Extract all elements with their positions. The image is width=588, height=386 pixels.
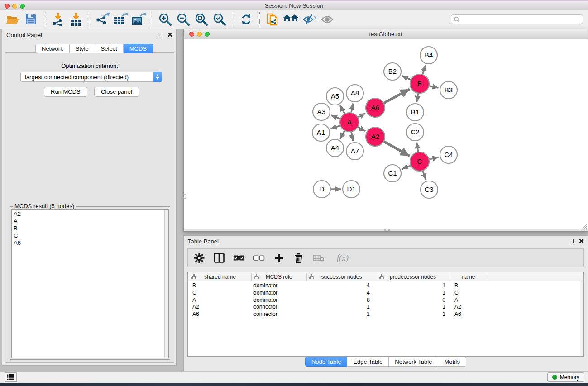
edge-A-A2[interactable] [358,127,365,131]
node-B2[interactable]: B2 [384,63,401,80]
table-scrollbar[interactable] [580,281,583,356]
edge-A2-C[interactable] [384,142,410,156]
save-session-icon[interactable] [23,12,38,27]
edge-A-A1[interactable] [331,126,340,129]
run-mcds-button[interactable]: Run MCDS [44,87,87,97]
tab-select[interactable]: Select [95,44,124,53]
node-D1[interactable]: D1 [343,181,360,198]
table-row[interactable]: Cdominator41C [188,290,578,297]
node-D[interactable]: D [313,181,330,198]
mcds-result-list[interactable]: A2ABCA6 [11,209,169,358]
search-input[interactable] [460,15,583,23]
node-A4[interactable]: A4 [326,139,344,157]
node-B4[interactable]: B4 [420,47,437,64]
zoom-out-icon[interactable] [176,12,191,27]
node-A1[interactable]: A1 [312,124,330,141]
edge-A-A7[interactable] [351,132,353,141]
close-panel-icon[interactable] [167,32,172,37]
edge-A-A6[interactable] [358,113,365,117]
settings-gear-icon[interactable] [193,252,205,264]
column-header-shared-name[interactable]: shared name [189,272,251,281]
refresh-icon[interactable] [239,12,254,27]
column-header-predecessor-nodes[interactable]: predecessor nodes [377,272,449,281]
edge-C-C2[interactable] [416,143,418,152]
node-B1[interactable]: B1 [406,104,424,121]
column-browser-icon[interactable] [213,252,225,264]
close-panel-button[interactable]: Close panel [94,87,139,97]
node-A2[interactable]: A2 [366,127,385,146]
resize-handle-left[interactable] [184,194,186,199]
tab-edge-table[interactable]: Edge Table [347,357,389,367]
tab-style[interactable]: Style [70,44,95,53]
tab-mcds[interactable]: MCDS [124,44,153,53]
edge-C-C4[interactable] [429,157,438,159]
node-A6[interactable]: A6 [366,98,385,117]
node-C1[interactable]: C1 [384,165,401,182]
node-C4[interactable]: C4 [440,146,457,163]
edge-B-B3[interactable] [429,86,438,88]
node-A5[interactable]: A5 [326,88,344,105]
edge-C-C3[interactable] [423,171,426,180]
float-panel-icon[interactable] [158,33,162,37]
result-item[interactable]: A [12,218,164,225]
zoom-fit-icon[interactable] [194,12,209,27]
import-network-icon[interactable] [50,12,65,27]
edge-A-A8[interactable] [351,104,353,113]
edge-B-B2[interactable] [402,76,411,80]
close-panel-icon[interactable] [579,238,584,243]
result-item[interactable]: A6 [12,239,164,247]
open-session-icon[interactable] [5,12,20,27]
edge-B-B1[interactable] [417,94,418,102]
tab-network-table[interactable]: Network Table [389,357,438,367]
resize-grip-icon[interactable] [581,223,587,229]
hide-graphics-details-icon[interactable] [301,12,317,27]
network-canvas[interactable]: B4B2BB3A5A8A6A3B1AA1C2A2A4A7C4CC1C3DD1 [184,39,588,229]
network-graph[interactable]: B4B2BB3A5A8A6A3B1AA1C2A2A4A7C4CC1C3DD1 [184,39,588,229]
table-row[interactable]: Bdominator41B [188,282,578,290]
task-history-button[interactable] [5,372,17,382]
table-row[interactable]: A6connector11A6 [188,311,578,318]
table-row[interactable]: A2connector11A2 [188,304,578,311]
table-row[interactable]: Adominator80A [188,297,578,304]
zoom-in-icon[interactable] [158,12,173,27]
node-A3[interactable]: A3 [313,103,330,120]
delete-column-icon[interactable] [293,252,305,264]
node-A7[interactable]: A7 [346,143,363,160]
duplicate-network-view-icon[interactable] [265,12,281,27]
column-header-name[interactable]: name [449,272,488,281]
show-graphics-details-icon[interactable] [320,12,335,27]
edge-C-C1[interactable] [402,166,411,169]
function-builder-icon[interactable]: f(x) [333,252,353,264]
node-B[interactable]: B [410,74,429,93]
column-header-mcds-role[interactable]: MCDS role [251,272,306,281]
tab-network[interactable]: Network [35,44,70,53]
edge-A-A3[interactable] [331,115,340,119]
search-field[interactable] [451,14,583,24]
edge-B-B4[interactable] [423,65,425,74]
tab-motifs[interactable]: Motifs [438,357,466,367]
home-icon[interactable] [283,12,299,27]
export-image-icon[interactable] [131,12,146,27]
result-list-scrollbar[interactable] [164,210,168,358]
node-C[interactable]: C [410,152,429,171]
float-panel-icon[interactable] [569,239,574,243]
export-table-icon[interactable] [113,12,128,27]
optimization-criterion-select[interactable]: largest connected component (directed) [20,72,162,82]
select-all-checkboxes-icon[interactable] [233,252,245,264]
resize-handle-bottom[interactable] [384,229,390,231]
edge-A-A4[interactable] [340,131,344,139]
edge-A6-B[interactable] [384,89,410,103]
zoom-selected-icon[interactable] [212,12,227,27]
result-item[interactable]: C [12,232,164,239]
network-window-titlebar[interactable]: testGlobe.txt [184,29,588,39]
result-item[interactable]: A2 [12,210,164,218]
tab-node-table[interactable]: Node Table [305,357,348,367]
node-A[interactable]: A [340,113,359,132]
column-header-successor-nodes[interactable]: successor nodes [306,272,377,281]
result-item[interactable]: B [12,225,164,232]
memory-button[interactable]: Memory [547,372,584,382]
add-column-icon[interactable] [273,252,285,264]
import-table-icon[interactable] [68,12,83,27]
deselect-all-checkboxes-icon[interactable] [253,252,265,264]
edge-A-A5[interactable] [340,105,344,114]
